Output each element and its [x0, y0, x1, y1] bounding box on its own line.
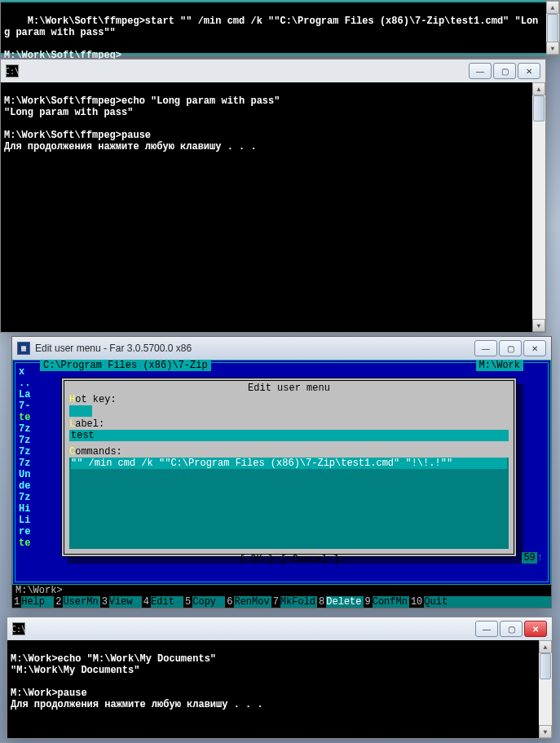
list-item[interactable]: 7-: [19, 400, 37, 412]
minimize-button[interactable]: —: [474, 340, 497, 356]
scroll-down-icon[interactable]: ▼: [532, 319, 545, 332]
cmd-icon: C:\: [6, 64, 19, 77]
dialog-buttons: { OK } [ Cancel ]: [69, 554, 509, 565]
close-button[interactable]: ✕: [524, 621, 547, 637]
keybar-item-confmn[interactable]: 9ConfMn: [364, 596, 409, 608]
keybar-item-copy[interactable]: 5Copy: [183, 596, 225, 608]
keybar-item-help[interactable]: 1Help: [12, 596, 54, 608]
far-status-right: 59↑: [522, 552, 543, 564]
list-item[interactable]: de: [19, 480, 37, 492]
far-body: C:\Program Files (x86)\7-Zip M:\Work x..…: [12, 360, 551, 585]
scroll-thumb[interactable]: [540, 653, 551, 679]
list-item[interactable]: 7z: [19, 492, 37, 503]
panel-path-right[interactable]: M:\Work: [476, 360, 523, 371]
keybar-item-quit[interactable]: 10Quit: [409, 596, 456, 608]
edit-user-menu-dialog: Edit user menu Hot key: Label: test Comm…: [61, 378, 517, 557]
ok-button[interactable]: { OK }: [239, 554, 274, 565]
close-button[interactable]: ✕: [523, 340, 546, 356]
far-keybar: 1Help2UserMn3View4Edit5Copy6RenMov7MkFol…: [12, 596, 551, 608]
console-window-4: C:\ — ▢ ✕ M:\Work>echo "M:\Work\My Docum…: [7, 617, 553, 739]
console-window-2: C:\ — ▢ ✕ M:\Work\Soft\ffmpeg>echo "Long…: [0, 59, 546, 333]
panel-left-column: x..La7-te7z7z7z7zUnde7zHiLirete: [19, 366, 37, 578]
far-area: C:\Program Files (x86)\7-Zip M:\Work x..…: [12, 360, 551, 608]
list-item[interactable]: La: [19, 389, 37, 400]
list-item[interactable]: re: [19, 526, 37, 537]
scroll-thumb[interactable]: [533, 95, 545, 122]
minimize-button[interactable]: —: [469, 63, 492, 79]
list-item[interactable]: x: [19, 366, 37, 378]
hotkey-input[interactable]: [69, 405, 92, 417]
commands-input[interactable]: "" /min cmd /k ""C:\Program Files (x86)\…: [69, 458, 509, 549]
keybar-item-edit[interactable]: 4Edit: [142, 596, 183, 608]
keybar-item-mkfold[interactable]: 7MkFold: [271, 596, 317, 608]
list-item[interactable]: te: [19, 412, 37, 423]
list-item[interactable]: Hi: [19, 503, 37, 515]
cmd-icon: C:\: [12, 622, 25, 635]
scroll-up-icon[interactable]: ▲: [539, 640, 552, 653]
list-item[interactable]: 7z: [19, 435, 37, 446]
scroll-down-icon[interactable]: ▼: [546, 42, 559, 55]
close-button[interactable]: ✕: [518, 63, 540, 79]
far-window: ▦ Edit user menu - Far 3.0.5700.0 x86 — …: [11, 336, 552, 608]
label-label: Label:: [69, 418, 509, 430]
scroll-up-icon[interactable]: ▲: [532, 82, 545, 95]
titlebar-4[interactable]: C:\ — ▢ ✕: [7, 617, 552, 640]
list-item[interactable]: ..: [19, 378, 37, 389]
commands-label: Commands:: [69, 446, 509, 458]
list-item[interactable]: Li: [19, 515, 37, 526]
window-title-far: Edit user menu - Far 3.0.5700.0 x86: [35, 343, 473, 354]
maximize-button[interactable]: ▢: [493, 63, 516, 79]
keybar-item-delete[interactable]: 8Delete: [317, 596, 363, 608]
far-prompt[interactable]: M:\Work>: [15, 585, 548, 596]
keybar-item-usermn[interactable]: 2UserMn: [54, 596, 99, 608]
keybar-item-view[interactable]: 3View: [100, 596, 142, 608]
dialog-title: Edit user menu: [69, 383, 509, 394]
panel-path-left[interactable]: C:\Program Files (x86)\7-Zip: [40, 360, 211, 371]
console-window-1: M:\Work\Soft\ffmpeg>start "" /min cmd /k…: [0, 0, 560, 55]
label-input[interactable]: test: [69, 430, 509, 441]
console-output-4: M:\Work>echo "M:\Work\My Documents" "M:\…: [7, 640, 539, 738]
keybar-item-renmov[interactable]: 6RenMov: [225, 596, 271, 608]
scrollbar-2[interactable]: ▲ ▼: [532, 82, 545, 332]
scroll-up-icon[interactable]: ▲: [546, 1, 559, 14]
list-item[interactable]: Un: [19, 469, 37, 480]
list-item[interactable]: te: [19, 537, 37, 549]
titlebar-2[interactable]: C:\ — ▢ ✕: [1, 60, 545, 82]
maximize-button[interactable]: ▢: [499, 340, 522, 356]
list-item[interactable]: 7z: [19, 423, 37, 435]
hotkey-label: Hot key:: [69, 394, 509, 405]
scrollbar-4[interactable]: ▲ ▼: [539, 640, 552, 738]
titlebar-far[interactable]: ▦ Edit user menu - Far 3.0.5700.0 x86 — …: [12, 337, 551, 360]
scroll-down-icon[interactable]: ▼: [539, 725, 552, 738]
list-item[interactable]: 7z: [19, 458, 37, 469]
maximize-button[interactable]: ▢: [500, 621, 523, 637]
console-output-2: M:\Work\Soft\ffmpeg>echo "Long param wit…: [1, 82, 532, 332]
far-icon: ▦: [17, 342, 30, 355]
list-item[interactable]: 7z: [19, 446, 37, 458]
cancel-button[interactable]: [ Cancel ]: [280, 554, 339, 565]
minimize-button[interactable]: —: [475, 621, 498, 637]
scrollbar-1[interactable]: ▲ ▼: [546, 1, 559, 55]
console-output-1: M:\Work\Soft\ffmpeg>start "" /min cmd /k…: [1, 1, 546, 55]
